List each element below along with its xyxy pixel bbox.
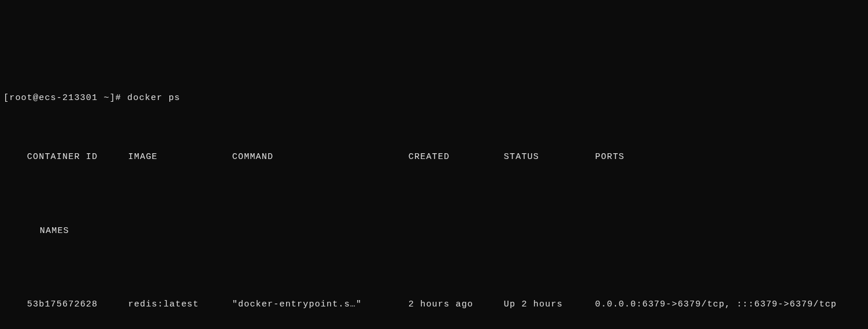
prompt-line-1: [root@ecs-213301 ~]# docker ps	[3, 91, 865, 106]
cell-container-id: 53b175672628	[27, 297, 128, 312]
header-created: CREATED	[409, 150, 504, 165]
cell-created: 2 hours ago	[409, 297, 504, 312]
command-text: docker ps	[127, 91, 180, 106]
docker-ps-header-names: NAMES	[3, 209, 865, 253]
cell-status: Up 2 hours	[504, 297, 595, 312]
docker-ps-header: CONTAINER IDIMAGECOMMANDCREATEDSTATUSPOR…	[3, 135, 865, 180]
header-image: IMAGE	[128, 150, 232, 165]
header-command: COMMAND	[232, 150, 409, 165]
header-container-id: CONTAINER ID	[27, 150, 128, 165]
header-status: STATUS	[504, 150, 595, 165]
shell-prompt: [root@ecs-213301 ~]#	[3, 91, 127, 106]
header-ports: PORTS	[595, 150, 625, 165]
header-names: NAMES	[40, 226, 69, 236]
terminal[interactable]: [root@ecs-213301 ~]# docker ps CONTAINER…	[3, 61, 865, 329]
cell-ports: 0.0.0.0:6379->6379/tcp, :::6379->6379/tc…	[595, 297, 837, 312]
cell-image: redis:latest	[128, 297, 232, 312]
cell-command: "docker-entrypoint.s…"	[232, 297, 409, 312]
docker-ps-row: 53b175672628redis:latest"docker-entrypoi…	[3, 283, 865, 327]
